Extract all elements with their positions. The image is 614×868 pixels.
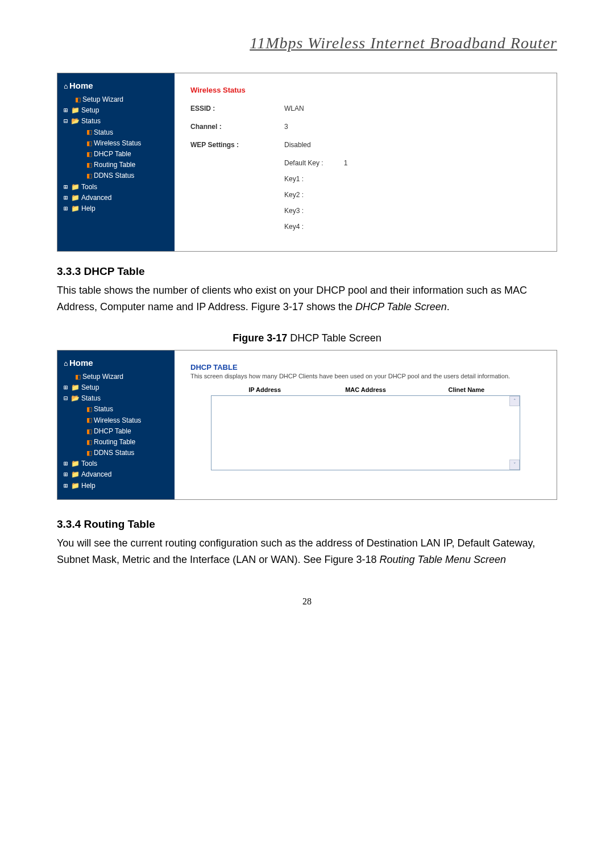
home-icon: ⌂ (62, 358, 69, 369)
nav-tools[interactable]: Tools (81, 458, 97, 469)
screenshot-wireless-status: ⌂Home ◧Setup Wizard ⊞📁Setup ⊟📂Status ◧St… (57, 73, 557, 252)
nav-advanced[interactable]: Advanced (81, 193, 111, 203)
folder-icon: 📁 (71, 193, 80, 203)
page-icon: ◧ (75, 372, 81, 382)
panel-title: Wireless Status (190, 86, 541, 94)
para-333-text: This table shows the number of clients w… (57, 285, 527, 312)
key4-label: Key4 : (284, 223, 304, 231)
dhcp-table-header: IP Address MAC Address Clinet Name (211, 386, 520, 393)
nav-wireless-status[interactable]: Wireless Status (94, 415, 141, 426)
channel-value: 3 (284, 123, 288, 131)
page-icon: ◧ (86, 139, 92, 149)
nav-setup[interactable]: Setup (81, 382, 99, 393)
para-333: This table shows the number of clients w… (57, 282, 557, 315)
folder-open-icon: 📂 (71, 116, 80, 127)
nav-routing-table[interactable]: Routing Table (94, 160, 135, 170)
nav-status-sub[interactable]: Status (94, 404, 113, 415)
nav-help[interactable]: Help (81, 203, 96, 214)
col-mac: MAC Address (315, 386, 416, 393)
para-333-end: . (447, 301, 450, 312)
nav-wireless-status[interactable]: Wireless Status (94, 138, 141, 149)
page-icon: ◧ (86, 415, 92, 425)
key3-label: Key3 : (284, 207, 304, 215)
panel-dhcp-table: DHCP TABLE This screen displays how many… (175, 350, 557, 499)
dhcp-list-box[interactable]: ˄ ˅ (211, 395, 520, 470)
nav-advanced[interactable]: Advanced (81, 469, 111, 480)
expand-icon[interactable]: ⊞ (62, 193, 69, 203)
nav-tools[interactable]: Tools (81, 182, 97, 193)
page-icon: ◧ (86, 448, 92, 458)
heading-333: 3.3.3 DHCP Table (57, 263, 557, 280)
essid-label: ESSID : (190, 105, 284, 112)
folder-icon: 📁 (71, 203, 80, 214)
page-icon: ◧ (75, 95, 81, 105)
panel-wireless-status: Wireless Status ESSID : WLAN Channel : 3… (175, 73, 557, 251)
nav-home[interactable]: Home (69, 79, 93, 93)
page-icon: ◧ (86, 149, 92, 160)
essid-value: WLAN (284, 105, 304, 112)
figure-num: Figure 3-17 (233, 332, 287, 344)
page-icon: ◧ (86, 127, 92, 137)
nav-ddns-status[interactable]: DDNS Status (94, 448, 134, 458)
nav-setup-wizard[interactable]: Setup Wizard (82, 372, 123, 382)
nav-setup-wizard[interactable]: Setup Wizard (82, 94, 123, 105)
home-icon: ⌂ (62, 81, 69, 92)
folder-icon: 📁 (71, 382, 80, 393)
collapse-icon[interactable]: ⊟ (62, 116, 69, 127)
folder-open-icon: 📂 (71, 393, 80, 404)
figure-desc: DHCP Table Screen (287, 332, 381, 344)
screenshot-dhcp-table: ⌂Home ◧Setup Wizard ⊞📁Setup ⊟📂Status ◧St… (57, 350, 557, 500)
expand-icon[interactable]: ⊞ (62, 182, 69, 193)
nav-dhcp-table[interactable]: DHCP Table (94, 426, 131, 437)
nav-status[interactable]: Status (81, 393, 101, 404)
default-key-value: 1 (344, 159, 348, 167)
page-number: 28 (57, 596, 557, 607)
expand-icon[interactable]: ⊞ (62, 458, 69, 469)
folder-icon: 📁 (71, 458, 80, 469)
expand-icon[interactable]: ⊞ (62, 105, 69, 116)
scroll-down-icon[interactable]: ˅ (509, 460, 520, 470)
nav-dhcp-table[interactable]: DHCP Table (94, 149, 131, 160)
nav-setup[interactable]: Setup (81, 105, 99, 116)
para-334: You will see the current routing configu… (57, 535, 557, 568)
para-333-italic: DHCP Table Screen (355, 301, 447, 312)
nav-help[interactable]: Help (81, 481, 96, 491)
nav-home[interactable]: Home (69, 356, 93, 370)
panel-subtitle: This screen displays how many DHCP Clien… (190, 373, 541, 379)
nav-sidebar: ⌂Home ◧Setup Wizard ⊞📁Setup ⊟📂Status ◧St… (57, 73, 175, 251)
channel-label: Channel : (190, 123, 284, 131)
folder-icon: 📁 (71, 105, 80, 116)
wep-label: WEP Settings : (190, 141, 284, 149)
key1-label: Key1 : (284, 175, 304, 183)
page-icon: ◧ (86, 160, 92, 170)
nav-routing-table[interactable]: Routing Table (94, 437, 135, 448)
expand-icon[interactable]: ⊞ (62, 469, 69, 480)
document-title: 11Mbps Wireless Internet Broadband Route… (57, 34, 557, 52)
page-icon: ◧ (86, 437, 92, 448)
expand-icon[interactable]: ⊞ (62, 203, 69, 214)
expand-icon[interactable]: ⊞ (62, 481, 69, 491)
folder-icon: 📁 (71, 481, 80, 491)
page-icon: ◧ (86, 427, 92, 437)
page-icon: ◧ (86, 404, 92, 415)
nav-ddns-status[interactable]: DDNS Status (94, 170, 134, 181)
nav-status-sub[interactable]: Status (94, 127, 113, 138)
folder-icon: 📁 (71, 182, 80, 193)
para-334-italic: Routing Table Menu Screen (380, 554, 506, 565)
folder-icon: 📁 (71, 469, 80, 480)
scroll-up-icon[interactable]: ˄ (509, 396, 520, 406)
wep-value: Disabled (284, 141, 311, 149)
figure-caption-317: Figure 3-17 DHCP Table Screen (57, 330, 557, 347)
key2-label: Key2 : (284, 191, 304, 199)
collapse-icon[interactable]: ⊟ (62, 393, 69, 404)
col-name: Clinet Name (416, 386, 517, 393)
col-ip: IP Address (214, 386, 315, 393)
panel-title: DHCP TABLE (190, 363, 541, 372)
expand-icon[interactable]: ⊞ (62, 382, 69, 393)
page-icon: ◧ (86, 171, 92, 181)
heading-334: 3.3.4 Routing Table (57, 516, 557, 533)
default-key-label: Default Key : (284, 159, 323, 167)
nav-sidebar-2: ⌂Home ◧Setup Wizard ⊞📁Setup ⊟📂Status ◧St… (57, 350, 175, 499)
nav-status[interactable]: Status (81, 116, 101, 127)
